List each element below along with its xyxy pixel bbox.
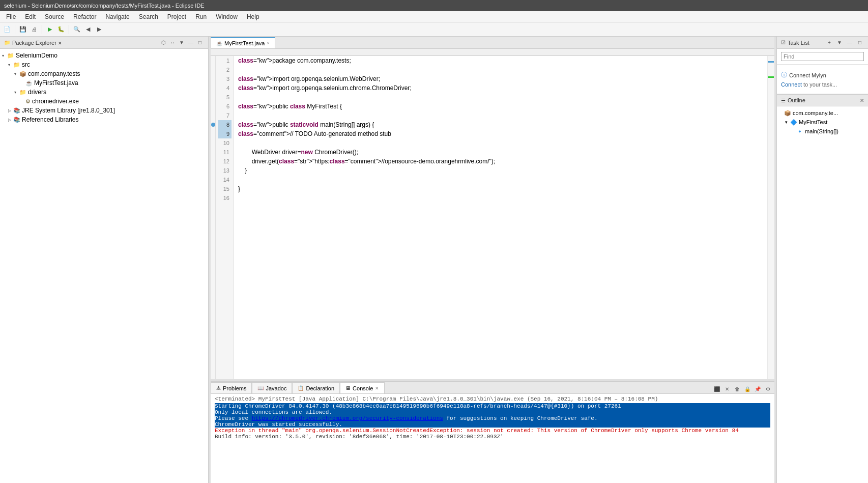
menu-refactor[interactable]: Refactor [69,12,100,21]
toolbar-sep-2 [42,25,42,34]
tree-item[interactable]: ▷ 📚 JRE System Library [jre1.8.0_301] [0,106,208,115]
tab-declaration[interactable]: 📋 Declaration [292,382,340,393]
tree-item[interactable]: ▾ 📦 com.company.tests [0,69,208,78]
outline-item[interactable]: ▾ 🔷 MyFirstTest [777,118,868,127]
tab-declaration-label: Declaration [306,385,334,391]
menu-source[interactable]: Source [41,12,68,21]
tab-problems-label: Problems [223,385,246,391]
tree-label: com.company.tests [28,70,80,77]
console-line: Starting ChromeDriver 84.0.4147.30 (48b3… [215,403,770,409]
tab-javadoc[interactable]: 📖 Javadoc [252,382,292,393]
gutter-mark [211,184,215,193]
console-remove-btn[interactable]: ✕ [722,384,732,393]
minimize-btn[interactable]: — [187,39,195,47]
task-list-maximize[interactable]: □ [856,39,864,47]
package-explorer-title: Package Explorer ✕ [12,40,157,46]
right-panel: ☑ Task List + ▼ — □ ⓘ Connect Mylyn Conn… [776,37,868,483]
code-line [238,193,763,203]
editor-gutter [211,56,216,379]
outline-item[interactable]: 📦 com.company.te... [777,108,868,118]
toolbar-forward[interactable]: ▶ [94,24,104,35]
mylyn-section: ⓘ Connect Mylyn Connect to your task... [777,65,868,94]
outline-item[interactable]: 🔹 main(String[]) [777,127,868,136]
tree-item[interactable]: ☕ MyFirstTest.java [0,78,208,88]
code-line [238,175,763,184]
gutter-mark [211,166,215,175]
tree-icon: 📁 [19,89,26,96]
java-file-icon: ☕ [216,41,222,46]
outline-close[interactable]: ✕ [860,98,864,103]
task-list-minimize[interactable]: — [846,39,854,47]
mylyn-info-icon: ⓘ [781,71,787,79]
code-line: class="kw">public static void main(Strin… [238,120,763,129]
editor-scroll-marks [767,56,774,379]
console-clear-btn[interactable]: 🗑 [733,384,742,393]
menu-project[interactable]: Project [163,12,190,21]
tree-icon: 📁 [7,52,14,59]
toolbar-run[interactable]: ▶ [45,24,55,35]
task-list-new-btn[interactable]: + [825,39,833,47]
mylyn-connect-link[interactable]: Connect [781,81,802,88]
problems-icon: ⚠ [216,385,221,391]
menu-navigate[interactable]: Navigate [101,12,133,21]
tab-problems[interactable]: ⚠ Problems [211,382,252,393]
link-with-editor-btn[interactable]: ↔ [168,39,177,47]
mylyn-description: Connect to your task... [781,81,864,88]
menu-help[interactable]: Help [243,12,264,21]
line-number: 5 [218,93,232,102]
view-menu-btn[interactable]: ▼ [178,39,186,47]
task-find-input[interactable] [781,52,864,61]
panel-header-buttons: ⬡ ↔ ▼ — □ [159,39,204,47]
line-number: 11 [218,148,232,157]
tree-item[interactable]: ▾ 📁 src [0,60,208,69]
gutter-mark [211,148,215,157]
menu-window[interactable]: Window [212,12,242,21]
tree-item[interactable]: ▾ 📁 drivers [0,88,208,97]
gutter-mark [211,120,215,129]
tree-item[interactable]: ▷ 📚 Referenced Libraries [0,115,208,124]
editor-tab-close[interactable]: × [267,41,269,46]
editor-code-area[interactable]: class="kw">package com.company.tests; cl… [234,56,767,379]
line-number: 14 [218,175,232,184]
toolbar-sep-1 [15,25,15,34]
console-pin-btn[interactable]: 📌 [753,384,762,393]
editor-scrollbar-top [211,49,774,56]
console-icon: 🖥 [345,385,351,391]
code-line: class="kw">import org.openqa.selenium.ch… [238,83,763,93]
gutter-mark [211,102,215,111]
outline-item-label: com.company.te... [793,110,838,116]
tab-console-label: Console [353,385,373,391]
tree-icon: 📚 [13,107,20,114]
tree-item[interactable]: ⚙ chromedriver.exe [0,97,208,106]
editor-tab-title: MyFirstTest.java [224,40,265,46]
code-line: class="kw">package com.company.tests; [238,56,763,65]
line-numbers: 12345678910111213141516 [216,56,234,379]
tab-console[interactable]: 🖥 Console ✕ [340,382,385,393]
line-number: 10 [218,138,232,148]
collapse-all-btn[interactable]: ⬡ [159,39,167,47]
console-tab-close[interactable]: ✕ [375,386,379,391]
code-line: class="comment">// TODO Auto-generated m… [238,129,763,138]
editor-tab-myfirsttest[interactable]: ☕ MyFirstTest.java × [211,37,275,48]
tree-arrow: ▷ [8,108,12,113]
console-link[interactable]: https://chromedriver.chromium.org/securi… [252,415,443,421]
toolbar-debug[interactable]: 🐛 [56,24,66,35]
toolbar-new[interactable]: 📄 [2,24,12,35]
toolbar-search[interactable]: 🔍 [72,24,82,35]
console-scroll-lock-btn[interactable]: 🔒 [743,384,752,393]
gutter-mark [211,111,215,120]
console-stop-btn[interactable]: ⬛ [712,384,721,393]
maximize-btn[interactable]: □ [196,39,204,47]
menu-search[interactable]: Search [135,12,162,21]
toolbar-back[interactable]: ◀ [83,24,93,35]
menu-edit[interactable]: Edit [21,12,40,21]
console-settings-btn[interactable]: ⚙ [763,384,772,393]
menu-run[interactable]: Run [191,12,211,21]
menu-file[interactable]: File [2,12,20,21]
task-list-menu-btn[interactable]: ▼ [835,39,844,47]
tree-item[interactable]: ▾ 📁 SeleniumDemo [0,51,208,60]
toolbar-print[interactable]: 🖨 [29,24,39,35]
toolbar-save[interactable]: 💾 [18,24,28,35]
code-content: class="kw">package com.company.tests; cl… [234,56,767,203]
package-explorer-header: 📁 Package Explorer ✕ ⬡ ↔ ▼ — □ [0,37,208,49]
